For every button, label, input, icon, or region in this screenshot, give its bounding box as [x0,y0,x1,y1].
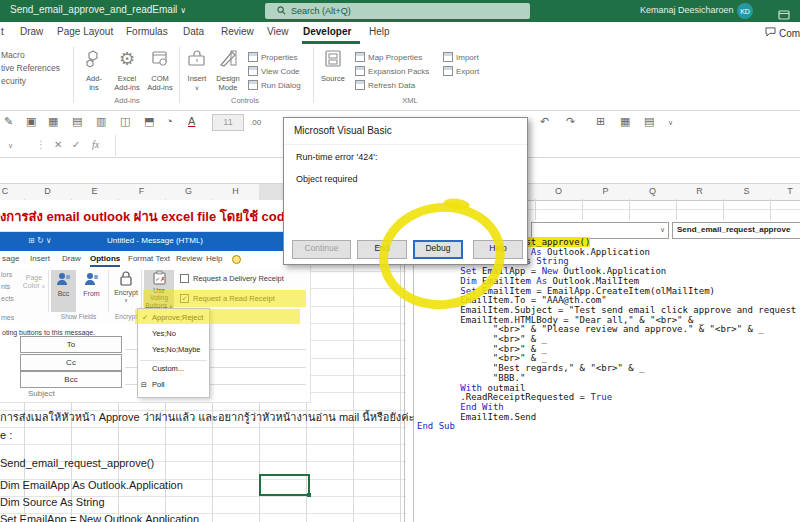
vba-code[interactable]: Sub Send_email_request_approve() Dim Ema… [417,238,800,432]
menu-item-yes-no-maybe[interactable]: Yes;No;Maybe [138,343,209,357]
end-button[interactable]: End [357,240,407,259]
tab-fragment[interactable]: t [1,26,4,37]
column-header[interactable]: O [535,186,582,196]
outlook-tab-message-fragment[interactable]: sage [2,254,19,263]
column-header[interactable]: F [118,186,165,196]
tab-help[interactable]: Help [369,26,390,37]
chevron-down-icon[interactable]: ∨ [668,119,673,127]
tab-formulas[interactable]: Formulas [126,26,168,37]
fill-color-icon[interactable]: ⬒ [144,115,154,128]
font-size-box[interactable]: 11 [212,114,244,131]
read-receipt-checkbox[interactable]: ✓ Request a Read Receipt [180,294,275,303]
tab-developer[interactable]: Developer [303,26,351,37]
source-button[interactable]: Source [318,46,348,84]
column-header[interactable]: S [723,186,770,196]
ribbon-fragment-relative[interactable]: tive References [1,63,60,73]
properties-button[interactable]: Properties [248,52,297,62]
map-properties-button[interactable]: Map Properties [355,52,422,62]
decimal-icon[interactable]: .00 [250,118,261,127]
outlook-tab-options[interactable]: Options [90,254,120,267]
search-input[interactable]: Search (Alt+Q) [265,3,530,19]
excel-add-ins-label-2: Add-ins [114,83,139,92]
outlook-tab-insert[interactable]: Insert [30,254,50,263]
vba-procedure-combo[interactable]: Send_email_request_approve [672,222,800,239]
view-code-button[interactable]: View Code [248,66,300,76]
redo-icon[interactable]: ↷ [566,115,575,128]
code-line[interactable]: EmailItem.Send [417,413,800,423]
theme-colors-fragment[interactable]: lors [1,271,12,278]
outlook-tab-help[interactable]: Help [206,254,222,263]
comments-button[interactable]: Comm [765,27,800,39]
code-line[interactable]: End Sub [417,422,800,432]
font-color-icon[interactable]: A [188,115,195,127]
com-add-ins-button[interactable]: COM Add-ins [144,46,176,92]
fx-button[interactable]: fx [92,139,99,150]
column-header[interactable]: Q [629,186,676,196]
tab-page-layout[interactable]: Page Layout [57,26,113,37]
paste-icon[interactable]: ▣ [26,115,36,128]
column-header[interactable]: D [24,186,71,196]
column-header[interactable]: P [582,186,629,196]
export-button[interactable]: Export [443,66,479,76]
column-header[interactable]: R [676,186,723,196]
borders-icon[interactable]: ▦ [48,115,58,128]
refresh-data-button[interactable]: Refresh Data [355,80,415,90]
menu-item-poll[interactable]: ⊟ Poll [138,378,209,392]
cc-button[interactable]: Cc [20,354,122,371]
column-header[interactable]: T [770,186,800,196]
undo-icon[interactable]: ↶ [540,115,549,128]
avatar[interactable]: KD [737,3,753,19]
excel-add-ins-button[interactable]: ⚙ Excel Add-ins [111,46,143,92]
cancel-button[interactable]: ✕ [54,139,62,150]
table-icon[interactable]: ⊞ [596,115,605,128]
page-color-button[interactable]: Page Color ∨ [22,274,46,290]
outlook-tab-review[interactable]: Review [176,254,202,263]
theme-fonts-fragment[interactable]: nts [1,283,10,290]
help-button[interactable]: Help [473,240,523,259]
shading-icon[interactable]: ◔ [166,115,173,127]
tab-view[interactable]: View [267,26,289,37]
selected-cell[interactable] [259,474,310,496]
ribbon-fragment-macro[interactable]: Macro [1,50,25,60]
to-button[interactable]: To [20,336,122,353]
column-header[interactable]: E [71,186,118,196]
tab-review[interactable]: Review [221,26,254,37]
from-button[interactable]: From [78,270,105,312]
column-header[interactable]: H [212,186,259,196]
column-header[interactable]: G [165,186,212,196]
theme-effects-fragment[interactable]: ects [1,295,14,302]
menu-item-custom[interactable]: Custom... [138,362,209,376]
add-ins-button[interactable]: Add- ins [78,46,110,92]
enter-button[interactable]: ✓ [72,139,80,150]
column-header[interactable]: C [0,186,10,196]
ribbon-fragment-security[interactable]: ecurity [1,76,26,86]
encrypt-button[interactable]: Encrypt ∨ [112,270,140,312]
cells-icon[interactable]: ▤ [72,115,82,128]
debug-button[interactable]: Debug [413,240,463,259]
design-mode-button[interactable]: Design Mode [213,46,243,92]
tab-draw[interactable]: Draw [20,26,43,37]
lightbulb-icon[interactable] [232,255,241,264]
bcc-button[interactable]: Bcc [51,270,76,312]
rows-icon[interactable]: ▤ [644,115,654,128]
grid-icon[interactable]: ▦ [620,115,630,128]
insert-control-button[interactable]: Insert ∨ [183,46,211,92]
import-button[interactable]: Import [443,52,479,62]
merge-icon[interactable]: ◫ [120,115,130,128]
sheet-code-label: e : [0,429,12,441]
format-painter-icon[interactable]: ✎ [4,115,13,128]
run-dialog-button[interactable]: Run Dialog [248,80,301,90]
delivery-receipt-checkbox[interactable]: Request a Delivery Receipt [180,274,284,283]
continue-button[interactable]: Continue [292,240,351,259]
tab-data[interactable]: Data [183,26,204,37]
outlook-tab-format-text[interactable]: Format Text [128,254,170,263]
bcc-field-button[interactable]: Bcc [20,371,122,388]
name-box-chevron-icon[interactable]: ∨ [8,142,13,150]
outlook-tab-draw[interactable]: Draw [62,254,81,263]
workbook-title[interactable]: Send_email_approve_and_readEmail ∨ [10,4,186,15]
menu-item-approve-reject[interactable]: ✓ Approve;Reject [138,311,209,325]
expansion-packs-button[interactable]: Expansion Packs [355,66,429,76]
menu-item-yes-no[interactable]: Yes;No [138,327,209,341]
insert-cells-icon[interactable]: ▥ [96,115,106,128]
user-name[interactable]: Kemanaj Deesicharoen [640,5,734,15]
